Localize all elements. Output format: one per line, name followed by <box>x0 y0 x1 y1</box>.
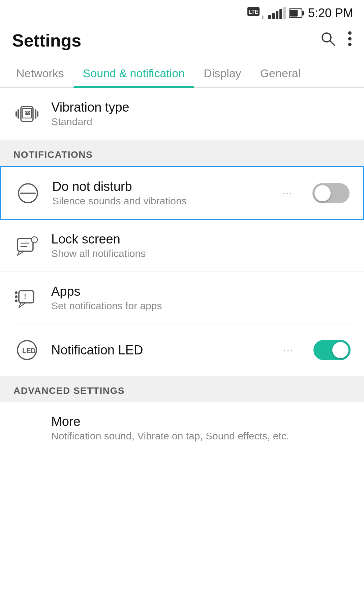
svg-point-35 <box>15 299 18 302</box>
svg-rect-7 <box>283 7 286 19</box>
svg-point-34 <box>15 295 18 298</box>
lock-screen-text: Lock screen Show all notifications <box>51 232 351 259</box>
apps-text: Apps Set notifications for apps <box>51 284 351 312</box>
svg-text:!: ! <box>33 237 35 242</box>
lock-screen-icon: ! <box>13 232 40 259</box>
lock-screen-row[interactable]: ! Lock screen Show all notifications <box>0 220 364 272</box>
tab-bar: Networks Sound & notification Display Ge… <box>0 57 364 88</box>
more-row[interactable]: More Notification sound, Vibrate on tap,… <box>0 402 364 454</box>
svg-rect-3 <box>268 15 271 19</box>
tab-display[interactable]: Display <box>194 57 250 87</box>
app-title: Settings <box>12 30 81 51</box>
svg-text:LED: LED <box>22 347 36 354</box>
app-header: Settings <box>0 24 364 57</box>
lte-icon: LTE ↕ <box>247 7 265 19</box>
do-not-disturb-text: Do not disturb Silence sounds and vibrat… <box>52 179 268 207</box>
tab-general[interactable]: General <box>251 57 310 87</box>
apps-title: Apps <box>51 284 351 299</box>
toggle-knob <box>314 185 331 201</box>
svg-rect-9 <box>302 11 304 16</box>
vibration-type-subtitle: Standard <box>51 116 351 127</box>
notification-led-toggle-area: ··· <box>280 340 351 360</box>
status-icons: LTE ↕ <box>247 7 304 19</box>
svg-rect-10 <box>290 10 298 17</box>
svg-rect-6 <box>279 9 282 19</box>
more-subtitle: Notification sound, Vibrate on tap, Soun… <box>51 430 351 442</box>
do-not-disturb-title: Do not disturb <box>52 179 268 194</box>
notification-led-row[interactable]: LED Notification LED ··· <box>0 324 364 376</box>
notification-led-icon: LED <box>13 337 40 364</box>
notification-led-text: Notification LED <box>51 343 269 357</box>
more-options-icon[interactable] <box>348 31 352 50</box>
header-icons <box>320 31 352 50</box>
do-not-disturb-more-dots[interactable]: ··· <box>279 187 296 199</box>
svg-text:☎: ☎ <box>24 110 31 116</box>
svg-point-33 <box>15 291 18 294</box>
svg-text:↕: ↕ <box>261 13 264 19</box>
toggle-divider <box>304 183 304 203</box>
svg-point-14 <box>348 37 352 40</box>
do-not-disturb-icon <box>14 180 41 207</box>
apps-icon: ! <box>13 285 40 312</box>
lock-screen-title: Lock screen <box>51 232 351 247</box>
do-not-disturb-toggle[interactable] <box>312 183 350 203</box>
svg-marker-32 <box>19 303 26 308</box>
advanced-label: ADVANCED SETTINGS <box>13 385 125 396</box>
svg-text:!: ! <box>24 293 26 300</box>
vibration-type-text: Vibration type Standard <box>51 100 351 127</box>
advanced-section-header: ADVANCED SETTINGS <box>0 376 364 402</box>
tab-networks[interactable]: Networks <box>7 57 73 87</box>
svg-line-12 <box>330 41 335 46</box>
notification-led-more-dots[interactable]: ··· <box>280 344 297 356</box>
status-time: 5:20 PM <box>308 6 353 20</box>
svg-marker-26 <box>18 251 24 255</box>
svg-point-13 <box>348 31 352 35</box>
status-bar: LTE ↕ 5:20 PM <box>0 0 364 24</box>
toggle-knob-led <box>332 342 348 358</box>
svg-rect-25 <box>18 238 33 251</box>
notification-led-toggle[interactable] <box>313 340 351 360</box>
svg-rect-4 <box>272 13 275 19</box>
battery-icon <box>289 7 304 19</box>
do-not-disturb-row[interactable]: Do not disturb Silence sounds and vibrat… <box>0 166 364 220</box>
notification-led-title: Notification LED <box>51 343 269 357</box>
more-text: More Notification sound, Vibrate on tap,… <box>51 414 351 442</box>
vibration-icon: ☎ <box>13 100 40 127</box>
do-not-disturb-subtitle: Silence sounds and vibrations <box>52 195 268 207</box>
lock-screen-subtitle: Show all notifications <box>51 248 351 259</box>
svg-point-15 <box>348 43 352 46</box>
signal-icon <box>268 7 286 19</box>
vibration-type-row[interactable]: ☎ Vibration type Standard <box>0 88 364 140</box>
search-icon[interactable] <box>320 31 336 50</box>
apps-subtitle: Set notifications for apps <box>51 300 351 312</box>
do-not-disturb-toggle-area: ··· <box>279 183 350 203</box>
svg-rect-5 <box>276 11 278 19</box>
notifications-label: NOTIFICATIONS <box>13 149 93 160</box>
vibration-type-title: Vibration type <box>51 100 351 115</box>
tab-sound[interactable]: Sound & notification <box>73 57 194 87</box>
notifications-section-header: NOTIFICATIONS <box>0 140 364 166</box>
svg-rect-31 <box>19 291 34 303</box>
toggle-divider-2 <box>305 340 305 360</box>
apps-row[interactable]: ! Apps Set notifications for apps <box>0 272 364 324</box>
more-title: More <box>51 414 351 429</box>
svg-text:LTE: LTE <box>248 9 258 15</box>
